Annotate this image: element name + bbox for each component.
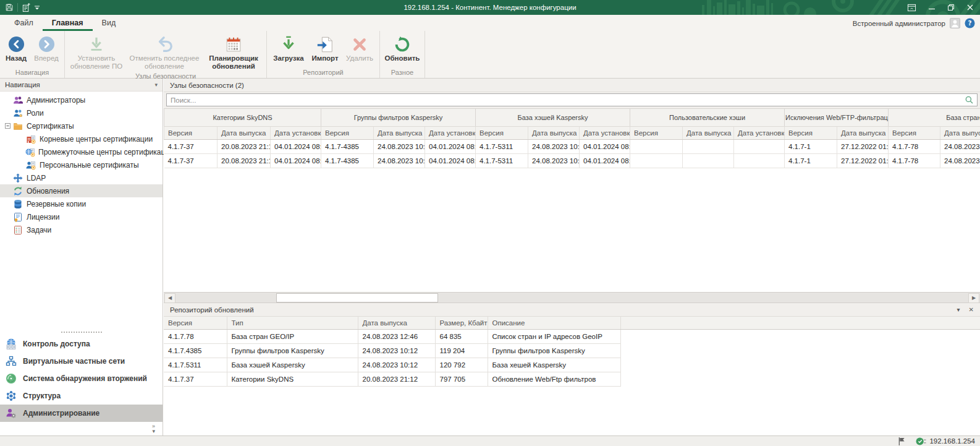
flag-icon[interactable]	[898, 437, 906, 446]
forward-button[interactable]: Вперед	[30, 33, 62, 64]
table-row[interactable]: 4.1.7.37Категории SkyDNS20.08.2023 21:12…	[164, 372, 980, 387]
import-button[interactable]: Импорт	[308, 33, 342, 64]
cell-filler	[620, 372, 980, 387]
minimize-icon[interactable]	[928, 4, 936, 11]
sidebar-splitter[interactable]	[0, 329, 163, 335]
connection-address: 192.168.1.254	[929, 437, 975, 445]
table-row[interactable]: 4.1.7.4385Группы фильтров Kaspersky24.08…	[164, 344, 980, 358]
column-header[interactable]: Дата выпуска	[683, 127, 734, 140]
column-header[interactable]: Версия	[164, 317, 227, 330]
cell: Группы фильтров Kaspersky	[227, 344, 358, 358]
table-row[interactable]: 4.1.7.5311База хэшей Kaspersky24.08.2023…	[164, 358, 980, 372]
section-administration[interactable]: Администрирование	[0, 405, 163, 422]
table-row[interactable]: 4.1.7.78База стран GEO/IP24.08.2023 12:4…	[164, 330, 980, 344]
column-header[interactable]: Версия	[476, 127, 528, 140]
restore-icon[interactable]	[947, 4, 955, 11]
horizontal-scrollbar[interactable]: ◀ ▶	[164, 292, 980, 302]
repository-collapse-icon[interactable]: ▾	[957, 306, 960, 313]
column-group-header[interactable]: Исключения Web/FTP-фильтрации	[785, 109, 889, 127]
cell: 24.08.2023 10:12	[528, 154, 580, 168]
scroll-right-icon[interactable]: ▶	[968, 293, 979, 303]
section-ids[interactable]: Система обнаружения вторжений	[0, 370, 163, 387]
section-structure[interactable]: Структура	[0, 387, 163, 405]
ribbon-tab-2[interactable]: Вид	[93, 15, 125, 31]
update-scheduler-button[interactable]: Планировщик обновлений	[203, 33, 264, 72]
ribbon-display-options-icon[interactable]	[907, 3, 916, 12]
navigation-sidebar: Навигация ▾ АдминистраторыРолиСертификат…	[0, 79, 163, 435]
column-header[interactable]: Дата установки	[425, 127, 476, 140]
column-header[interactable]: Дата выпуска	[940, 127, 980, 140]
report-icon[interactable]	[22, 3, 31, 12]
user-avatar-icon[interactable]	[950, 18, 960, 28]
table-group-header-row: Категории SkyDNSГруппы фильтров Kaspersk…	[164, 109, 980, 127]
tree-item[interactable]: Корневые центры сертификации	[0, 132, 163, 145]
column-header[interactable]: Дата выпуска	[374, 127, 425, 140]
tree-item[interactable]: LDAP	[0, 171, 163, 184]
column-group-header[interactable]: Категории SkyDNS	[164, 109, 321, 127]
column-group-header[interactable]: База стран GEO/IP	[889, 109, 980, 127]
tree-item[interactable]: Резервные копии	[0, 197, 163, 210]
backups-icon	[12, 199, 23, 209]
ribbon-tab-1[interactable]: Главная	[43, 15, 93, 31]
cell: 4.1.7-1	[785, 140, 837, 154]
column-header[interactable]: Тип	[227, 317, 358, 330]
section-access-control[interactable]: Контроль доступа	[0, 335, 163, 353]
column-group-header[interactable]: Пользовательские хэши	[630, 109, 785, 127]
tree-item[interactable]: Роли	[0, 106, 163, 119]
column-header[interactable]: Версия	[785, 127, 837, 140]
undo-update-button[interactable]: Отменить последнее обновление	[126, 33, 203, 72]
scroll-left-icon[interactable]: ◀	[164, 293, 175, 303]
security-nodes-table: Категории SkyDNSГруппы фильтров Kaspersk…	[164, 109, 980, 168]
ribbon-tab-0[interactable]: Файл	[5, 15, 43, 31]
sections-overflow[interactable]: » ▾	[0, 422, 163, 435]
install-update-button[interactable]: Установить обновление ПО	[67, 33, 126, 72]
table-row[interactable]: 4.1.7-3720.08.2023 21:1204.01.2024 08:51…	[164, 140, 980, 154]
back-button[interactable]: Назад	[2, 33, 30, 64]
column-header[interactable]: Дата выпуска	[837, 127, 889, 140]
table-row[interactable]: 4.1.7-3720.08.2023 21:1204.01.2024 08:51…	[164, 154, 980, 168]
delete-button[interactable]: Удалить	[342, 33, 378, 64]
tree-item[interactable]: Обновления	[0, 184, 163, 197]
column-header[interactable]: Дата установки	[271, 127, 321, 140]
column-group-header[interactable]: База хэшей Kaspersky	[476, 109, 630, 127]
tree-item[interactable]: Персональные сертификаты	[0, 158, 163, 171]
column-header[interactable]: Дата выпуска	[528, 127, 580, 140]
close-icon[interactable]	[966, 4, 974, 11]
refresh-button[interactable]: Обновить	[382, 33, 423, 64]
search-icon[interactable]	[965, 95, 974, 105]
download-button[interactable]: Загрузка	[269, 33, 308, 64]
cell: 4.1.7.4385	[164, 344, 227, 358]
structure-icon	[6, 390, 17, 401]
column-group-header[interactable]: Группы фильтров Kaspersky	[321, 109, 476, 127]
column-header[interactable]: Дата выпуска	[358, 317, 435, 330]
tree-item[interactable]: Администраторы	[0, 93, 163, 106]
tree-item[interactable]: Лицензии	[0, 210, 163, 223]
column-header[interactable]: Дата выпуска	[218, 127, 271, 140]
scrollbar-thumb[interactable]	[276, 293, 438, 302]
tree-item[interactable]: Сертификаты	[0, 119, 163, 132]
cell: Категории SkyDNS	[227, 372, 358, 387]
column-header[interactable]: Размер, Кбайт	[435, 317, 488, 330]
save-icon[interactable]	[5, 3, 14, 12]
tree-expander[interactable]	[3, 123, 12, 129]
tree-item[interactable]: Промежуточные центры сертификации	[0, 145, 163, 158]
tree-item-label: Промежуточные центры сертификации	[38, 148, 174, 157]
column-header[interactable]: Дата установки	[580, 127, 630, 140]
quick-access-dropdown-icon[interactable]	[35, 6, 40, 10]
repository-close-icon[interactable]: ✕	[969, 306, 974, 313]
section-vpn[interactable]: Виртуальные частные сети	[0, 353, 163, 370]
ribbon-tab-row: ФайлГлавнаяВид Встроенный администратор …	[0, 15, 980, 31]
column-header[interactable]: Версия	[321, 127, 374, 140]
ribbon-group-label: Навигация	[2, 68, 62, 78]
panel-collapse-icon[interactable]: ▾	[154, 82, 158, 88]
download-icon	[279, 34, 298, 54]
column-header[interactable]: Версия	[630, 127, 683, 140]
column-header[interactable]: Описание	[488, 317, 620, 330]
search-input[interactable]	[167, 96, 965, 104]
column-header[interactable]: Версия	[164, 127, 218, 140]
help-icon[interactable]: ?	[965, 18, 975, 28]
tree-item[interactable]: Задачи	[0, 223, 163, 236]
column-header[interactable]: Дата установки	[734, 127, 785, 140]
cell: 4.1.7-4385	[321, 140, 374, 154]
column-header[interactable]: Версия	[889, 127, 940, 140]
